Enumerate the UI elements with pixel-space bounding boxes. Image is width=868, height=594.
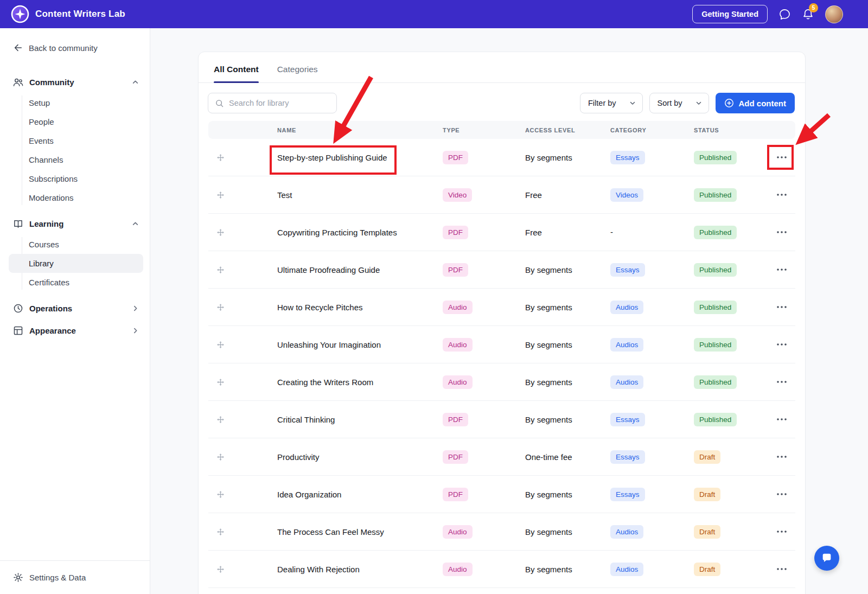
table-body: Step-by-step Publishing Guide Step-by-st…	[208, 139, 795, 588]
status-badge: Published	[694, 301, 737, 314]
access-level: By segments	[522, 565, 608, 574]
access-level: By segments	[522, 415, 608, 424]
drag-handle-icon[interactable]	[216, 378, 225, 386]
drag-handle-icon[interactable]	[216, 266, 225, 274]
status-badge: Published	[694, 375, 737, 389]
row-name[interactable]: Dealing With Rejection	[275, 565, 440, 574]
user-avatar[interactable]	[825, 5, 843, 23]
drag-handle-icon[interactable]	[216, 528, 225, 536]
row-name[interactable]: How to Recycle Pitches	[275, 303, 440, 312]
row-name[interactable]: Ultimate Proofreading Guide	[275, 265, 440, 274]
getting-started-button[interactable]: Getting Started	[692, 5, 768, 23]
search-input[interactable]	[229, 99, 330, 107]
support-chat-button[interactable]	[814, 546, 839, 571]
category-badge: Audios	[610, 375, 643, 389]
drag-handle-icon[interactable]	[216, 490, 225, 499]
row-menu-button[interactable]	[774, 190, 790, 199]
sort-by-select[interactable]: Sort by	[649, 93, 709, 113]
settings-and-data-link[interactable]: Settings & Data	[0, 560, 150, 594]
access-level: By segments	[522, 340, 608, 349]
sidebar-item-courses[interactable]: Courses	[9, 235, 143, 254]
row-name[interactable]: Creating the Writers Room	[275, 378, 440, 387]
row-name[interactable]: The Process Can Feel Messy	[275, 527, 440, 536]
status-badge: Published	[694, 263, 737, 277]
access-level: By segments	[522, 490, 608, 499]
drag-handle-icon[interactable]	[216, 565, 225, 573]
sidebar-item-certificates[interactable]: Certificates	[9, 273, 143, 292]
row-name[interactable]: Idea Organization	[275, 490, 440, 499]
sidebar-section-community[interactable]: Community	[0, 71, 150, 93]
row-menu-button[interactable]	[774, 565, 790, 573]
row-menu-button[interactable]	[774, 527, 790, 536]
table-row: Idea Organization PDF By segments Essays…	[208, 476, 795, 513]
notifications-button[interactable]: 5	[802, 8, 814, 21]
filter-by-select[interactable]: Filter by	[580, 93, 643, 113]
category-badge: Essays	[610, 488, 645, 501]
access-level: By segments	[522, 303, 608, 312]
status-badge: Draft	[694, 563, 720, 576]
drag-handle-icon[interactable]	[216, 416, 225, 424]
drag-handle-icon[interactable]	[216, 154, 225, 162]
search-icon	[215, 99, 224, 108]
main-content: All Content Categories Filter by	[150, 28, 868, 594]
drag-handle-icon[interactable]	[216, 228, 225, 237]
access-level: By segments	[522, 527, 608, 536]
row-menu-button[interactable]	[774, 303, 790, 311]
sidebar-item-setup[interactable]: Setup	[9, 93, 143, 112]
row-name[interactable]: Test	[275, 190, 440, 200]
search-box[interactable]	[208, 93, 337, 113]
sidebar-section-learning[interactable]: Learning	[0, 213, 150, 235]
sidebar-item-moderations[interactable]: Moderations	[9, 188, 143, 207]
row-menu-button[interactable]	[774, 490, 790, 499]
row-name[interactable]: Step-by-step Publishing Guide	[275, 153, 440, 162]
row-menu-button[interactable]	[774, 340, 790, 349]
chevron-down-icon	[629, 100, 636, 106]
messages-button[interactable]	[778, 8, 791, 21]
row-menu-button[interactable]	[774, 228, 790, 237]
status-badge: Published	[694, 226, 737, 239]
sidebar-item-events[interactable]: Events	[9, 131, 143, 150]
row-name[interactable]: Copywriting Practicing Templates	[275, 228, 440, 237]
row-name[interactable]: Unleashing Your Imagination	[275, 340, 440, 349]
status-badge: Draft	[694, 450, 720, 464]
type-badge: PDF	[443, 413, 468, 426]
row-name[interactable]: Critical Thinking	[275, 415, 440, 424]
drag-handle-icon[interactable]	[216, 341, 225, 349]
row-menu-button[interactable]	[774, 452, 790, 461]
back-to-community-link[interactable]: Back to community	[0, 28, 150, 63]
row-menu-button[interactable]	[774, 265, 790, 274]
access-level: By segments	[522, 153, 608, 162]
access-level: One-time fee	[522, 452, 608, 462]
sidebar-item-people[interactable]: People	[9, 112, 143, 131]
category-badge: Audios	[610, 301, 643, 314]
row-menu-button[interactable]	[774, 415, 790, 424]
column-header-access-level: ACCESS LEVEL	[522, 127, 608, 133]
library-table: NAME TYPE ACCESS LEVEL CATEGORY STATUS S…	[208, 121, 795, 588]
tab-all-content[interactable]: All Content	[214, 65, 259, 82]
sidebar-section-appearance[interactable]: Appearance	[0, 320, 150, 342]
sidebar-item-subscriptions[interactable]: Subscriptions	[9, 169, 143, 188]
table-row: Productivity PDF One-time fee Essays Dra…	[208, 438, 795, 476]
library-toolbar: Filter by Sort by	[199, 83, 805, 113]
row-name[interactable]: Productivity	[275, 452, 440, 462]
chevron-down-icon	[695, 100, 702, 106]
column-header-status: STATUS	[691, 127, 767, 133]
access-level: Free	[522, 228, 608, 237]
access-level: By segments	[522, 378, 608, 387]
row-menu-button[interactable]	[774, 153, 790, 162]
sidebar-item-channels[interactable]: Channels	[9, 150, 143, 169]
drag-handle-icon[interactable]	[216, 453, 225, 461]
table-row: The Process Can Feel Messy Audio By segm…	[208, 513, 795, 551]
tab-categories[interactable]: Categories	[277, 65, 318, 82]
add-content-button[interactable]: Add content	[716, 93, 795, 113]
sidebar-item-library[interactable]: Library	[9, 254, 143, 273]
brand: Content Writers Lab	[11, 5, 125, 23]
sidebar-section-operations[interactable]: Operations	[0, 297, 150, 320]
sidebar-nav: Community Setup People Events Channels S…	[0, 71, 150, 342]
drag-handle-icon[interactable]	[216, 191, 225, 199]
access-level: Free	[522, 190, 608, 200]
type-badge: Audio	[443, 525, 473, 539]
row-menu-button[interactable]	[774, 378, 790, 386]
drag-handle-icon[interactable]	[216, 303, 225, 311]
type-badge: Audio	[443, 563, 473, 576]
